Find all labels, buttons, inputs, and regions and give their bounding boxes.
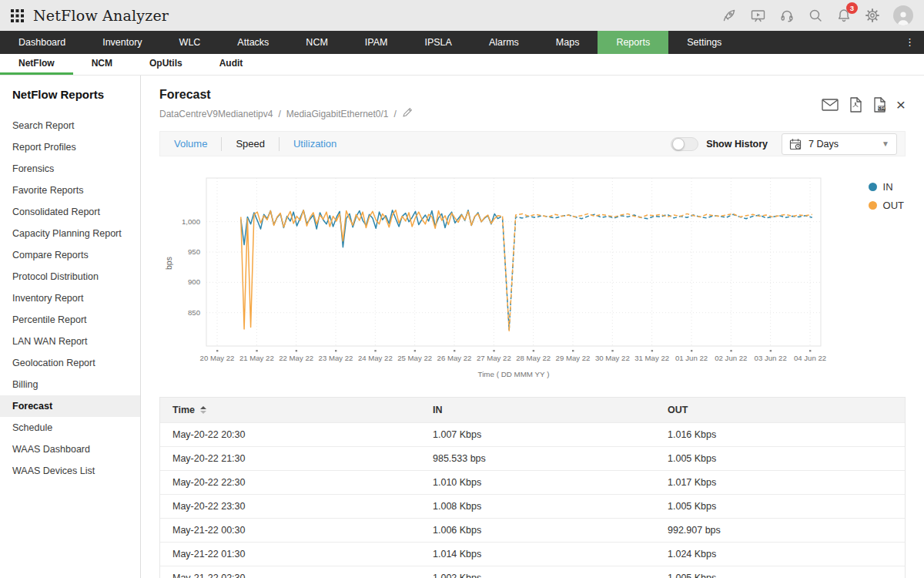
nav-item-wlc[interactable]: WLC: [161, 31, 219, 54]
nav-item-maps[interactable]: Maps: [537, 31, 598, 54]
legend-item-out[interactable]: OUT: [869, 200, 904, 211]
nav-item-alarms[interactable]: Alarms: [470, 31, 537, 54]
breadcrumb: DataCentreV9Medianetipv4 / MediaGigabitE…: [159, 107, 413, 120]
notifications-bell-icon[interactable]: 3: [836, 8, 852, 23]
table-row[interactable]: May-20-22 23:301.008 Kbps1.005 Kbps: [160, 494, 905, 518]
tab-volume[interactable]: Volume: [160, 137, 221, 151]
svg-text:20 May 22: 20 May 22: [200, 354, 235, 362]
column-header-time[interactable]: Time: [160, 398, 420, 422]
table-row[interactable]: May-21-22 00:301.006 Kbps992.907 bps: [160, 518, 905, 542]
nav-item-dashboard[interactable]: Dashboard: [0, 31, 84, 54]
cell-time: May-20-22 23:30: [160, 494, 420, 518]
demo-screen-icon[interactable]: [750, 8, 766, 23]
nav-item-ncm[interactable]: NCM: [287, 31, 346, 54]
support-headset-icon[interactable]: [779, 8, 795, 23]
svg-text:1,000: 1,000: [182, 217, 200, 226]
sidebar-item-report-profiles[interactable]: Report Profiles: [0, 136, 140, 158]
forecast-line-chart[interactable]: 20 May 2221 May 2222 May 2223 May 2224 M…: [159, 163, 837, 391]
rocket-icon[interactable]: [721, 8, 737, 23]
cell-out: 1.024 Kbps: [655, 542, 905, 566]
sidebar-item-percentile-report[interactable]: Percentile Report: [0, 309, 140, 331]
table-row[interactable]: May-20-22 20:301.007 Kbps1.016 Kbps: [160, 422, 905, 446]
svg-text:CSV: CSV: [878, 106, 885, 110]
export-csv-icon[interactable]: CSV: [872, 97, 886, 113]
close-icon[interactable]: ×: [896, 99, 906, 111]
cell-time: May-20-22 22:30: [160, 470, 420, 494]
top-app-bar: NetFlow Analyzer: [0, 0, 924, 31]
edit-pencil-icon[interactable]: [402, 107, 413, 120]
nav-item-inventory[interactable]: Inventory: [84, 31, 160, 54]
sidebar-item-geolocation-report[interactable]: Geolocation Report: [0, 352, 140, 374]
cell-time: May-20-22 20:30: [160, 422, 420, 446]
cell-time: May-20-22 21:30: [160, 446, 420, 470]
time-range-dropdown[interactable]: 7 Days ▼: [782, 133, 897, 155]
subnav-item-oputils[interactable]: OpUtils: [131, 54, 201, 75]
sort-desc-arrow: [200, 411, 206, 414]
sidebar-item-billing[interactable]: Billing: [0, 374, 140, 395]
nav-item-attacks[interactable]: Attacks: [219, 31, 287, 54]
show-history-toggle[interactable]: [671, 137, 698, 151]
report-toolbar: VolumeSpeedUtilization Show History 7 Da…: [159, 131, 906, 156]
search-icon[interactable]: [808, 8, 823, 23]
reports-sidebar: NetFlow Reports Search ReportReport Prof…: [0, 76, 141, 578]
svg-text:24 May 22: 24 May 22: [358, 354, 393, 362]
svg-text:01 Jun 22: 01 Jun 22: [675, 354, 708, 362]
table-row[interactable]: May-21-22 02:301.002 Kbps1.005 Kbps: [160, 566, 905, 578]
column-header-in[interactable]: IN: [420, 398, 655, 422]
apps-grid-icon[interactable]: [11, 9, 24, 22]
sidebar-item-waas-dashboard[interactable]: WAAS Dashboard: [0, 439, 140, 460]
sidebar-item-lan-wan-report[interactable]: LAN WAN Report: [0, 331, 140, 352]
table-row[interactable]: May-21-22 01:301.014 Kbps1.024 Kbps: [160, 542, 905, 566]
sidebar-item-forecast[interactable]: Forecast: [0, 395, 140, 417]
cell-out: 1.017 Kbps: [655, 470, 905, 494]
tab-utilization[interactable]: Utilization: [279, 137, 350, 151]
breadcrumb-device[interactable]: DataCentreV9Medianetipv4: [159, 109, 273, 119]
svg-text:04 Jun 22: 04 Jun 22: [794, 354, 826, 362]
subnav-item-netflow[interactable]: NetFlow: [0, 54, 73, 75]
svg-text:30 May 22: 30 May 22: [595, 354, 630, 362]
svg-text:25 May 22: 25 May 22: [397, 354, 432, 362]
sidebar-item-waas-devices-list[interactable]: WAAS Devices List: [0, 460, 140, 482]
table-row[interactable]: May-20-22 21:30985.533 bps1.005 Kbps: [160, 446, 905, 470]
settings-gear-icon[interactable]: [865, 8, 880, 23]
sidebar-item-protocol-distribution[interactable]: Protocol Distribution: [0, 266, 140, 287]
tab-speed[interactable]: Speed: [221, 137, 279, 151]
svg-text:29 May 22: 29 May 22: [556, 354, 591, 362]
export-pdf-icon[interactable]: [849, 97, 862, 113]
svg-text:27 May 22: 27 May 22: [477, 354, 511, 362]
nav-item-ipsla[interactable]: IPSLA: [406, 31, 470, 54]
user-avatar[interactable]: [893, 5, 913, 25]
sidebar-item-schedule[interactable]: Schedule: [0, 417, 140, 439]
sidebar-item-consolidated-report[interactable]: Consolidated Report: [0, 201, 140, 223]
sidebar-item-capacity-planning-report[interactable]: Capacity Planning Report: [0, 223, 140, 244]
cell-in: 1.008 Kbps: [420, 494, 655, 518]
table-row[interactable]: May-20-22 22:301.010 Kbps1.017 Kbps: [160, 470, 905, 494]
sidebar-item-search-report[interactable]: Search Report: [0, 115, 140, 136]
svg-text:21 May 22: 21 May 22: [239, 354, 274, 362]
subnav-item-ncm[interactable]: NCM: [73, 54, 131, 75]
legend-item-in[interactable]: IN: [869, 181, 904, 193]
nav-item-ipam[interactable]: IPAM: [346, 31, 407, 54]
sidebar-item-favorite-reports[interactable]: Favorite Reports: [0, 180, 140, 201]
cell-time: May-21-22 02:30: [160, 566, 420, 578]
sidebar-item-inventory-report[interactable]: Inventory Report: [0, 287, 140, 309]
breadcrumb-interface[interactable]: MediaGigabitEthernet0/1: [286, 109, 389, 119]
module-sub-navigation: NetFlowNCMOpUtilsAudit: [0, 54, 924, 76]
breadcrumb-separator: /: [394, 109, 397, 119]
nav-item-settings[interactable]: Settings: [668, 31, 740, 54]
calendar-clock-icon: [789, 138, 802, 150]
subnav-item-audit[interactable]: Audit: [201, 54, 262, 75]
svg-text:03 Jun 22: 03 Jun 22: [755, 354, 787, 362]
legend-label-in: IN: [883, 181, 893, 193]
email-report-icon[interactable]: [822, 99, 839, 111]
cell-in: 1.014 Kbps: [420, 542, 655, 566]
forecast-chart: 20 May 2221 May 2222 May 2223 May 2224 M…: [159, 163, 906, 391]
column-header-out[interactable]: OUT: [655, 398, 905, 422]
sidebar-item-forensics[interactable]: Forensics: [0, 158, 140, 180]
nav-overflow-kebab-icon[interactable]: ⋮: [896, 31, 924, 54]
nav-item-reports[interactable]: Reports: [598, 31, 668, 54]
svg-text:31 May 22: 31 May 22: [634, 354, 669, 362]
series-out-forecast: [503, 213, 812, 331]
sidebar-item-compare-reports[interactable]: Compare Reports: [0, 244, 140, 266]
cell-out: 1.016 Kbps: [655, 422, 905, 446]
